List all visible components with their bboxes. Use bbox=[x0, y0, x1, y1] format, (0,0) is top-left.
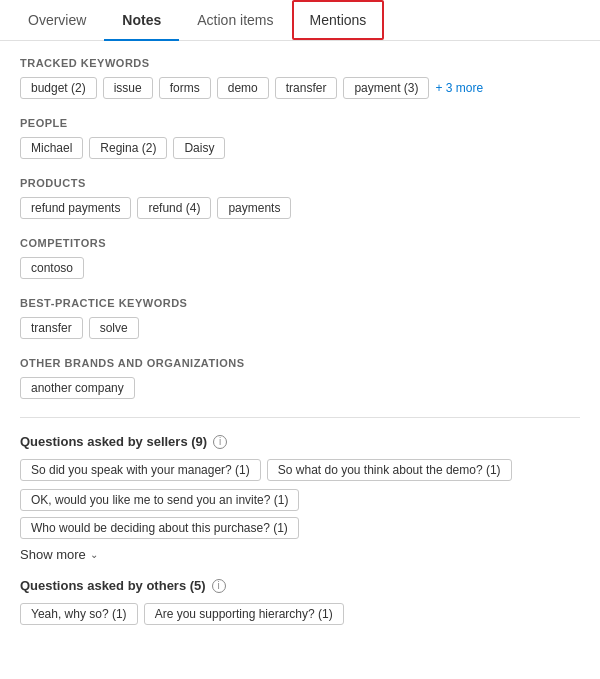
section-questions-others: Questions asked by others (5) i Yeah, wh… bbox=[20, 578, 580, 625]
best-practice-tags: transfer solve bbox=[20, 317, 580, 339]
questions-others-title: Questions asked by others (5) bbox=[20, 578, 206, 593]
tag-daisy[interactable]: Daisy bbox=[173, 137, 225, 159]
tag-budget[interactable]: budget (2) bbox=[20, 77, 97, 99]
section-title-best-practice: BEST-PRACTICE KEYWORDS bbox=[20, 297, 580, 309]
section-people: PEOPLE Michael Regina (2) Daisy bbox=[20, 117, 580, 159]
questions-sellers-title: Questions asked by sellers (9) bbox=[20, 434, 207, 449]
tab-bar: Overview Notes Action items Mentions bbox=[0, 0, 600, 41]
question-tag-1[interactable]: So did you speak with your manager? (1) bbox=[20, 459, 261, 481]
question-other-tag-2[interactable]: Are you supporting hierarchy? (1) bbox=[144, 603, 344, 625]
chevron-down-icon: ⌄ bbox=[90, 549, 98, 560]
section-best-practice: BEST-PRACTICE KEYWORDS transfer solve bbox=[20, 297, 580, 339]
tag-solve[interactable]: solve bbox=[89, 317, 139, 339]
tag-michael[interactable]: Michael bbox=[20, 137, 83, 159]
tag-contoso[interactable]: contoso bbox=[20, 257, 84, 279]
question-tag-4[interactable]: Who would be deciding about this purchas… bbox=[20, 517, 299, 539]
questions-others-info-icon[interactable]: i bbox=[212, 579, 226, 593]
section-title-tracked-keywords: TRACKED KEYWORDS bbox=[20, 57, 580, 69]
tag-refund-payments[interactable]: refund payments bbox=[20, 197, 131, 219]
tab-mentions[interactable]: Mentions bbox=[292, 0, 385, 40]
tab-overview[interactable]: Overview bbox=[10, 0, 104, 40]
section-title-people: PEOPLE bbox=[20, 117, 580, 129]
tab-action-items[interactable]: Action items bbox=[179, 0, 291, 40]
question-other-tag-1[interactable]: Yeah, why so? (1) bbox=[20, 603, 138, 625]
section-title-products: PRODUCTS bbox=[20, 177, 580, 189]
tag-forms[interactable]: forms bbox=[159, 77, 211, 99]
question-tag-3[interactable]: OK, would you like me to send you an inv… bbox=[20, 489, 299, 511]
section-questions-sellers: Questions asked by sellers (9) i So did … bbox=[20, 434, 580, 562]
tracked-keywords-tags: budget (2) issue forms demo transfer pay… bbox=[20, 77, 580, 99]
products-tags: refund payments refund (4) payments bbox=[20, 197, 580, 219]
tag-refund[interactable]: refund (4) bbox=[137, 197, 211, 219]
people-tags: Michael Regina (2) Daisy bbox=[20, 137, 580, 159]
show-more-label: Show more bbox=[20, 547, 86, 562]
tab-notes[interactable]: Notes bbox=[104, 0, 179, 40]
section-title-other-brands: OTHER BRANDS AND ORGANIZATIONS bbox=[20, 357, 580, 369]
tag-regina[interactable]: Regina (2) bbox=[89, 137, 167, 159]
questions-others-tags: Yeah, why so? (1) Are you supporting hie… bbox=[20, 603, 580, 625]
tag-demo[interactable]: demo bbox=[217, 77, 269, 99]
section-competitors: COMPETITORS contoso bbox=[20, 237, 580, 279]
tag-issue[interactable]: issue bbox=[103, 77, 153, 99]
competitors-tags: contoso bbox=[20, 257, 580, 279]
section-tracked-keywords: TRACKED KEYWORDS budget (2) issue forms … bbox=[20, 57, 580, 99]
questions-sellers-tags-2: OK, would you like me to send you an inv… bbox=[20, 489, 580, 539]
section-title-competitors: COMPETITORS bbox=[20, 237, 580, 249]
other-brands-tags: another company bbox=[20, 377, 580, 399]
question-tag-2[interactable]: So what do you think about the demo? (1) bbox=[267, 459, 512, 481]
tag-another-company[interactable]: another company bbox=[20, 377, 135, 399]
tag-payments[interactable]: payments bbox=[217, 197, 291, 219]
questions-others-header: Questions asked by others (5) i bbox=[20, 578, 580, 593]
tag-payment[interactable]: payment (3) bbox=[343, 77, 429, 99]
divider bbox=[20, 417, 580, 418]
content-area: TRACKED KEYWORDS budget (2) issue forms … bbox=[0, 41, 600, 657]
section-products: PRODUCTS refund payments refund (4) paym… bbox=[20, 177, 580, 219]
questions-sellers-header: Questions asked by sellers (9) i bbox=[20, 434, 580, 449]
tag-transfer[interactable]: transfer bbox=[275, 77, 338, 99]
tag-transfer-bp[interactable]: transfer bbox=[20, 317, 83, 339]
questions-sellers-tags: So did you speak with your manager? (1) … bbox=[20, 459, 580, 481]
show-more-button[interactable]: Show more ⌄ bbox=[20, 547, 580, 562]
more-keywords-link[interactable]: + 3 more bbox=[435, 77, 483, 99]
section-other-brands: OTHER BRANDS AND ORGANIZATIONS another c… bbox=[20, 357, 580, 399]
questions-sellers-info-icon[interactable]: i bbox=[213, 435, 227, 449]
